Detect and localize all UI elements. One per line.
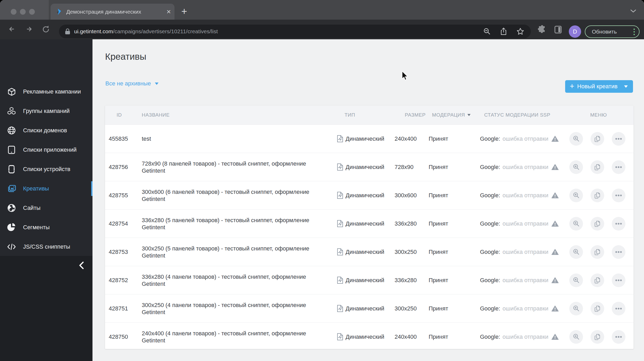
tab-strip: Демонстрация динамических × + — [0, 0, 644, 20]
copy-button[interactable] — [591, 302, 604, 315]
creative-name: test — [142, 135, 336, 142]
reload-icon[interactable] — [41, 25, 50, 34]
table-header: ID НАЗВАНИЕ ТИП РАЗМЕР МОДЕРАЦИЯ СТАТУС … — [105, 106, 634, 125]
more-actions-button[interactable] — [612, 160, 625, 174]
creative-id: 428754 — [105, 220, 142, 227]
copy-button[interactable] — [591, 132, 604, 146]
zoom-in-icon — [573, 164, 580, 170]
sidebar-item-label: Списки доменов — [23, 127, 67, 134]
warning-icon — [552, 305, 559, 312]
moderation-status: Принят — [429, 135, 480, 142]
tab-search-chevron-icon[interactable] — [630, 9, 637, 13]
warning-icon — [552, 164, 559, 170]
more-actions-button[interactable] — [612, 189, 625, 202]
ellipsis-icon — [615, 336, 622, 338]
more-actions-button[interactable] — [612, 245, 625, 259]
table-body: 455835 test Динамический 240x400 Принят … — [105, 125, 634, 351]
preview-button[interactable] — [569, 189, 583, 202]
warning-icon — [552, 221, 559, 227]
preview-button[interactable] — [569, 330, 583, 344]
more-actions-button[interactable] — [612, 330, 625, 344]
new-tab-button[interactable]: + — [181, 6, 187, 16]
globe-grid-icon — [7, 126, 16, 135]
window-controls[interactable] — [11, 9, 35, 15]
archive-filter-dropdown[interactable]: Все не архивные — [105, 80, 159, 87]
preview-button[interactable] — [569, 217, 583, 231]
ssp-error-text: ошибка отправки — [503, 277, 548, 284]
sidebar-item-campaign-groups[interactable]: Группы кампаний — [0, 101, 92, 121]
sidebar: Рекламные кампании Группы кампаний — [0, 39, 92, 361]
profile-avatar[interactable]: D — [569, 25, 581, 38]
bookmark-star-icon[interactable] — [516, 27, 525, 36]
share-icon[interactable] — [500, 27, 507, 36]
browser-update-button[interactable]: Обновить — [585, 25, 640, 38]
collapse-sidebar-icon[interactable] — [78, 261, 85, 270]
tab-close-icon[interactable]: × — [167, 8, 171, 15]
maximize-window-button[interactable] — [29, 9, 35, 15]
preview-button[interactable] — [569, 160, 583, 174]
earth-icon — [7, 204, 16, 212]
more-actions-button[interactable] — [612, 274, 625, 287]
sidebar-item-device-lists[interactable]: Списки устройств — [0, 160, 92, 179]
copy-button[interactable] — [591, 330, 604, 344]
more-actions-button[interactable] — [612, 132, 625, 146]
browser-tab[interactable]: Демонстрация динамических × — [51, 4, 174, 20]
more-actions-button[interactable] — [612, 217, 625, 231]
extensions-puzzle-icon[interactable] — [538, 25, 547, 34]
dynamic-creative-icon — [337, 333, 343, 341]
browser-menu-kebab-icon[interactable] — [634, 29, 635, 35]
header-moderation-sort[interactable]: МОДЕРАЦИЯ — [429, 112, 480, 118]
sidebar-item-campaigns[interactable]: Рекламные кампании — [0, 82, 92, 101]
browser-window: Демонстрация динамических × + ui.getinte… — [0, 0, 644, 361]
copy-button[interactable] — [591, 160, 604, 174]
creative-name: 336x280 (4 панели товаров) - тестовый сн… — [142, 273, 336, 287]
ssp-status: Google: ошибка отправки — [480, 135, 564, 142]
minimize-window-button[interactable] — [20, 9, 26, 15]
sidebar-item-segments[interactable]: Сегменты — [0, 218, 92, 237]
creative-id: 428752 — [105, 277, 142, 284]
dynamic-creative-icon — [337, 192, 343, 199]
ssp-error-text: ошибка отправки — [503, 333, 548, 340]
copy-icon — [594, 220, 601, 227]
back-icon[interactable] — [8, 25, 16, 33]
more-actions-button[interactable] — [612, 302, 625, 315]
preview-button[interactable] — [569, 274, 583, 287]
sort-caret-icon — [467, 114, 471, 116]
header-menu: МЕНЮ — [564, 112, 634, 118]
dynamic-creative-icon — [337, 248, 343, 256]
chevron-down-icon — [155, 83, 159, 85]
preview-button[interactable] — [569, 132, 583, 146]
sidebar-item-snippets[interactable]: JS/CSS сниппеты — [0, 237, 92, 256]
moderation-status: Принят — [429, 164, 480, 171]
new-creative-label: Новый креатив — [577, 83, 618, 90]
plus-icon: + — [570, 82, 575, 90]
sidebar-item-domain-lists[interactable]: Списки доменов — [0, 121, 92, 140]
side-panel-icon[interactable] — [554, 25, 563, 34]
dynamic-creative-icon — [337, 276, 343, 284]
ssp-network-label: Google: — [480, 333, 500, 340]
table-row: 428755 300x600 (6 панелей товаров) - тес… — [105, 181, 634, 210]
creative-size: 300x250 — [393, 249, 429, 255]
url-bar[interactable]: ui.getintent.com/campaigns/advertisers/1… — [59, 25, 531, 38]
sidebar-item-app-lists[interactable]: Списки приложений — [0, 140, 92, 160]
new-creative-button[interactable]: + Новый креатив — [565, 80, 633, 93]
sidebar-item-sites[interactable]: Сайты — [0, 198, 92, 218]
sidebar-item-creatives[interactable]: Креативы — [0, 179, 92, 198]
ssp-network-label: Google: — [480, 135, 500, 142]
zoom-out-icon[interactable] — [483, 28, 491, 35]
copy-button[interactable] — [591, 245, 604, 259]
copy-button[interactable] — [591, 217, 604, 231]
table-row: 428754 336x280 (5 панелей товаров) - тес… — [105, 210, 634, 238]
copy-button[interactable] — [591, 189, 604, 202]
ellipsis-icon — [615, 138, 622, 140]
row-actions — [564, 189, 634, 202]
copy-button[interactable] — [591, 274, 604, 287]
filter-label: Все не архивные — [105, 80, 151, 87]
ssp-error-text: ошибка отправки — [503, 249, 548, 255]
close-window-button[interactable] — [11, 9, 17, 15]
forward-icon[interactable] — [25, 25, 33, 33]
preview-button[interactable] — [569, 245, 583, 259]
dynamic-creative-icon — [337, 305, 343, 312]
ssp-status: Google: ошибка отправки — [480, 277, 564, 284]
preview-button[interactable] — [569, 302, 583, 315]
